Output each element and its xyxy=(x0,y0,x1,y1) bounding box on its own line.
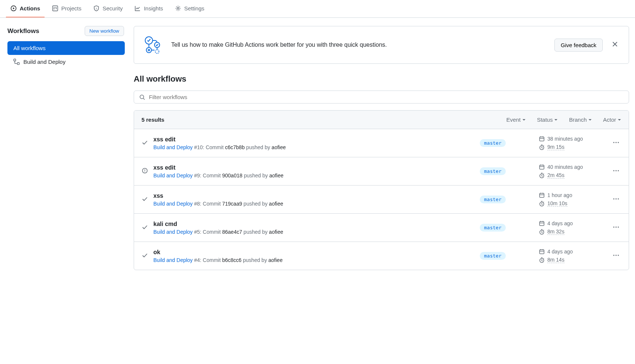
sidebar-build-and-deploy[interactable]: Build and Deploy xyxy=(7,55,125,69)
run-time-ago: 40 minutes ago xyxy=(547,164,583,170)
filter-actor[interactable]: Actor xyxy=(603,117,621,123)
run-duration: 10m 10s xyxy=(547,200,567,207)
branch-tag[interactable]: master xyxy=(480,167,506,175)
filter-label: Event xyxy=(507,117,521,123)
run-subtitle: Build and Deploy #9: Commit 900a018 push… xyxy=(153,173,447,178)
run-actor[interactable]: aofiee xyxy=(268,257,283,263)
filter-label: Branch xyxy=(569,117,587,123)
tab-label: Insights xyxy=(144,5,163,12)
run-title[interactable]: ok xyxy=(153,249,447,256)
run-actor[interactable]: aofiee xyxy=(269,201,283,207)
tab-projects[interactable]: Projects xyxy=(48,0,86,17)
run-commit: c6c7b8b xyxy=(225,144,245,150)
svg-point-28 xyxy=(618,198,619,199)
workflows-sidebar: Workflows New workflow All workflows Bui… xyxy=(6,26,125,69)
svg-point-11 xyxy=(140,95,144,99)
filter-event[interactable]: Event xyxy=(507,117,526,123)
run-meta-col: 1 hour ago 10m 10s xyxy=(539,192,606,207)
branch-tag[interactable]: master xyxy=(480,224,506,232)
run-workflow-name[interactable]: Build and Deploy xyxy=(153,229,193,235)
run-commit: b6c8cc6 xyxy=(222,257,241,263)
workflow-run-row[interactable]: xss Build and Deploy #8: Commit 719caa9 … xyxy=(134,186,629,214)
run-main: xss Build and Deploy #8: Commit 719caa9 … xyxy=(153,193,447,207)
svg-rect-29 xyxy=(540,222,544,226)
give-feedback-button[interactable]: Give feedback xyxy=(554,39,603,52)
results-count: 5 results xyxy=(141,117,165,123)
sidebar-all-workflows[interactable]: All workflows xyxy=(7,41,125,55)
kebab-icon xyxy=(612,168,620,174)
svg-point-18 xyxy=(144,171,145,172)
branch-tag[interactable]: master xyxy=(480,196,506,203)
run-menu-button[interactable] xyxy=(611,138,621,148)
workflow-run-row[interactable]: kali cmd Build and Deploy #5: Commit 86a… xyxy=(134,214,629,242)
run-title[interactable]: xss edit xyxy=(153,164,447,171)
sidebar-item-label: Build and Deploy xyxy=(23,59,65,65)
svg-point-37 xyxy=(615,255,616,256)
svg-point-22 xyxy=(615,170,616,171)
run-duration: 9m 15s xyxy=(547,144,564,150)
tab-actions[interactable]: Actions xyxy=(6,0,45,17)
svg-point-31 xyxy=(613,226,614,227)
run-pushed-by-text: pushed by xyxy=(242,201,269,207)
filter-status[interactable]: Status xyxy=(537,117,558,123)
run-menu-button[interactable] xyxy=(611,251,621,261)
close-icon xyxy=(612,41,618,47)
new-workflow-button[interactable]: New workflow xyxy=(85,26,124,36)
run-number: #4: xyxy=(194,257,203,263)
svg-point-15 xyxy=(615,142,616,143)
tab-label: Security xyxy=(102,5,123,12)
filter-workflows-field[interactable] xyxy=(134,91,629,104)
run-workflow-name[interactable]: Build and Deploy xyxy=(153,257,193,263)
run-duration: 2m 45s xyxy=(547,172,564,178)
filter-workflows-input[interactable] xyxy=(149,94,623,100)
filter-branch[interactable]: Branch xyxy=(569,117,592,123)
workflow-run-row[interactable]: ok Build and Deploy #4: Commit b6c8cc6 p… xyxy=(134,242,629,270)
sidebar-title: Workflows xyxy=(7,27,39,35)
svg-rect-19 xyxy=(540,165,544,169)
svg-point-23 xyxy=(618,170,619,171)
workflow-runs-box: 5 results Event Status Branch xyxy=(134,110,629,270)
run-workflow-name[interactable]: Build and Deploy xyxy=(153,173,193,178)
run-menu-button[interactable] xyxy=(611,166,621,176)
kebab-icon xyxy=(612,224,620,230)
tab-insights[interactable]: Insights xyxy=(130,0,167,17)
run-actor[interactable]: aofiee xyxy=(269,173,283,178)
svg-point-27 xyxy=(615,198,616,199)
run-duration: 8m 14s xyxy=(547,257,564,263)
run-actor[interactable]: aofiee xyxy=(271,144,286,150)
stopwatch-icon xyxy=(539,201,545,207)
calendar-icon xyxy=(539,164,545,170)
run-status-icon xyxy=(141,224,148,231)
svg-rect-5 xyxy=(17,63,19,65)
banner-close-button[interactable] xyxy=(610,39,620,50)
run-time-ago: 4 days ago xyxy=(547,249,573,255)
runs-list: xss edit Build and Deploy #10: Commit c6… xyxy=(134,129,629,270)
run-commit: 900a018 xyxy=(222,173,242,178)
tab-settings[interactable]: Settings xyxy=(170,0,209,17)
run-status-icon xyxy=(141,196,148,203)
run-workflow-name[interactable]: Build and Deploy xyxy=(153,201,193,207)
caret-down-icon xyxy=(554,118,558,122)
run-branch-col: master xyxy=(452,224,534,232)
run-actor[interactable]: aofiee xyxy=(269,229,283,235)
stopwatch-icon xyxy=(539,173,545,178)
tab-security[interactable]: Security xyxy=(89,0,127,17)
run-commit: 719caa9 xyxy=(222,201,242,207)
run-title[interactable]: kali cmd xyxy=(153,221,447,227)
workflow-run-row[interactable]: xss edit Build and Deploy #9: Commit 900… xyxy=(134,157,629,186)
branch-tag[interactable]: master xyxy=(480,139,506,147)
stopwatch-icon xyxy=(539,257,545,263)
svg-point-36 xyxy=(613,255,614,256)
branch-tag[interactable]: master xyxy=(480,252,506,260)
run-title[interactable]: xss edit xyxy=(153,136,447,143)
gear-icon xyxy=(175,5,181,12)
caret-down-icon xyxy=(618,118,621,122)
workflow-run-row[interactable]: xss edit Build and Deploy #10: Commit c6… xyxy=(134,129,629,157)
run-menu-button[interactable] xyxy=(611,223,621,233)
run-menu-button[interactable] xyxy=(611,194,621,204)
run-title[interactable]: xss xyxy=(153,193,447,199)
svg-point-26 xyxy=(613,198,614,199)
run-workflow-name[interactable]: Build and Deploy xyxy=(153,144,193,150)
sidebar-item-label: All workflows xyxy=(13,45,46,51)
svg-point-38 xyxy=(618,255,619,256)
